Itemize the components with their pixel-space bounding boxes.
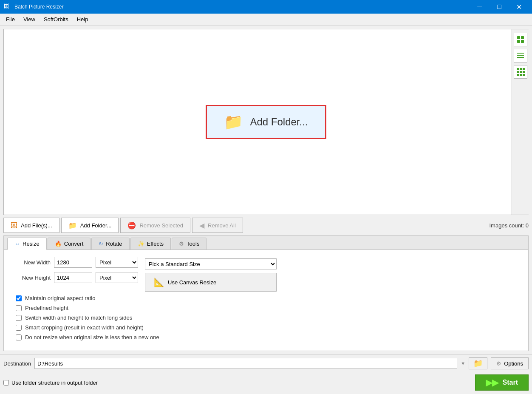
remove-all-button[interactable]: ◀ Remove All <box>192 218 243 233</box>
list-icon <box>516 51 525 60</box>
tab-resize[interactable]: ↔ Resize <box>7 238 47 250</box>
smart-cropping-checkbox[interactable] <box>16 325 22 331</box>
remove-selected-icon: ⛔ <box>127 221 136 230</box>
bottom-action-row: Use folder structure in output folder ▶▶… <box>0 372 532 394</box>
new-height-label: New Height <box>12 275 51 281</box>
view-list-button[interactable] <box>514 49 527 62</box>
use-folder-structure-label[interactable]: Use folder structure in output folder <box>11 380 98 386</box>
title-bar-title: Batch Picture Resizer <box>14 4 63 10</box>
menu-view[interactable]: View <box>19 14 40 24</box>
images-count: Images count: 0 <box>490 222 529 229</box>
svg-rect-4 <box>517 53 524 54</box>
tab-effects[interactable]: ✨ Effects <box>130 238 171 249</box>
effects-tab-label: Effects <box>147 241 164 247</box>
convert-tab-icon: 🔥 <box>55 241 62 247</box>
new-width-input[interactable] <box>54 257 92 268</box>
tab-content-resize: New Width Pixel Percent Cm Inch New Heig… <box>4 250 528 351</box>
tab-rotate[interactable]: ↻ Rotate <box>91 238 129 249</box>
add-files-icon: 🖼 <box>11 221 17 229</box>
menu-file[interactable]: File <box>2 14 19 24</box>
close-button[interactable]: ✕ <box>509 0 529 14</box>
tab-panel: ↔ Resize 🔥 Convert ↻ Rotate ✨ Effects ⚙ … <box>3 235 529 351</box>
use-folder-structure-row: Use folder structure in output folder <box>3 380 98 386</box>
remove-all-icon: ◀ <box>199 221 204 230</box>
toolbar-row: 🖼 Add File(s)... 📁 Add Folder... ⛔ Remov… <box>3 218 529 233</box>
large-icons-icon <box>516 35 525 44</box>
svg-rect-14 <box>520 74 522 76</box>
tab-tools[interactable]: ⚙ Tools <box>172 238 207 249</box>
switch-width-height-row: Switch width and height to match long si… <box>12 315 520 321</box>
start-icon: ▶▶ <box>486 377 498 388</box>
menu-softorbits[interactable]: SoftOrbits <box>40 14 73 24</box>
height-row: New Height Pixel Percent Cm Inch <box>12 272 138 283</box>
menu-help[interactable]: Help <box>73 14 93 24</box>
destination-browse-button[interactable]: 📁 <box>469 357 487 369</box>
use-folder-structure-checkbox[interactable] <box>3 380 9 385</box>
smart-cropping-label[interactable]: Smart cropping (result in exact width an… <box>25 324 144 331</box>
do-not-resize-checkbox[interactable] <box>16 334 22 340</box>
height-unit-select[interactable]: Pixel Percent Cm Inch <box>96 272 138 283</box>
svg-rect-12 <box>523 71 525 73</box>
main-content: 📁 Add Folder... <box>0 26 532 354</box>
switch-width-height-label[interactable]: Switch width and height to match long si… <box>25 315 132 321</box>
switch-width-height-checkbox[interactable] <box>16 315 22 321</box>
canvas-resize-icon: 📐 <box>154 277 164 287</box>
svg-rect-8 <box>520 68 522 70</box>
image-drop-area[interactable]: 📁 Add Folder... <box>3 29 529 215</box>
start-button[interactable]: ▶▶ Start <box>475 374 529 391</box>
view-grid-button[interactable] <box>514 65 527 79</box>
width-unit-select[interactable]: Pixel Percent Cm Inch <box>96 257 138 268</box>
destination-browse-icon: 📁 <box>473 359 483 368</box>
standard-size-select[interactable]: Pick a Standard Size 800x600 1024x768 12… <box>145 258 277 269</box>
grid-icon <box>516 68 525 76</box>
svg-rect-9 <box>523 68 525 70</box>
svg-rect-1 <box>521 36 524 39</box>
rotate-tab-label: Rotate <box>106 241 122 247</box>
add-folder-large-button[interactable]: 📁 Add Folder... <box>206 105 326 139</box>
add-files-label: Add File(s)... <box>21 222 52 229</box>
minimize-button[interactable]: ─ <box>470 0 490 14</box>
svg-rect-2 <box>517 40 520 43</box>
tools-tab-label: Tools <box>187 241 199 247</box>
resize-tab-icon: ↔ <box>14 241 20 247</box>
destination-dropdown-arrow[interactable]: ▼ <box>461 361 465 366</box>
options-label: Options <box>504 360 523 367</box>
title-bar: 🖼 Batch Picture Resizer ─ □ ✕ <box>0 0 532 14</box>
options-icon: ⚙ <box>496 360 501 367</box>
add-folder-button[interactable]: 📁 Add Folder... <box>61 218 119 233</box>
new-height-input[interactable] <box>54 272 92 283</box>
folder-icon-large: 📁 <box>224 113 243 131</box>
window-controls: ─ □ ✕ <box>470 0 529 14</box>
svg-rect-0 <box>517 36 520 39</box>
options-button[interactable]: ⚙ Options <box>491 357 529 369</box>
tab-convert[interactable]: 🔥 Convert <box>48 238 91 249</box>
start-label: Start <box>503 379 518 386</box>
maintain-aspect-ratio-checkbox[interactable] <box>16 295 22 301</box>
maintain-aspect-ratio-label[interactable]: Maintain original aspect ratio <box>25 295 95 301</box>
svg-rect-11 <box>520 71 522 73</box>
svg-rect-5 <box>517 55 524 56</box>
predefined-height-checkbox[interactable] <box>16 305 22 311</box>
side-icon-panel <box>512 29 529 215</box>
predefined-height-row: Predefined height <box>12 305 520 311</box>
effects-tab-icon: ✨ <box>138 241 144 247</box>
canvas-resize-button[interactable]: 📐 Use Canvas Resize <box>145 273 277 292</box>
convert-tab-label: Convert <box>64 241 84 247</box>
add-files-button[interactable]: 🖼 Add File(s)... <box>3 218 59 233</box>
menu-bar: File View SoftOrbits Help <box>0 14 532 26</box>
bottom-bar: Destination ▼ 📁 ⚙ Options <box>0 354 532 372</box>
remove-selected-label: Remove Selected <box>139 222 183 229</box>
destination-input[interactable] <box>34 358 457 369</box>
add-folder-label: Add Folder... <box>80 222 112 229</box>
do-not-resize-label[interactable]: Do not resize when original size is less… <box>25 334 159 340</box>
remove-all-label: Remove All <box>208 222 236 229</box>
remove-selected-button[interactable]: ⛔ Remove Selected <box>120 218 190 233</box>
do-not-resize-row: Do not resize when original size is less… <box>12 334 520 340</box>
predefined-height-label[interactable]: Predefined height <box>25 305 68 311</box>
svg-rect-13 <box>517 74 519 76</box>
width-row: New Width Pixel Percent Cm Inch <box>12 257 138 268</box>
maximize-button[interactable]: □ <box>490 0 509 14</box>
view-large-icon-button[interactable] <box>514 33 527 46</box>
canvas-resize-label: Use Canvas Resize <box>168 279 216 286</box>
svg-rect-10 <box>517 71 519 73</box>
